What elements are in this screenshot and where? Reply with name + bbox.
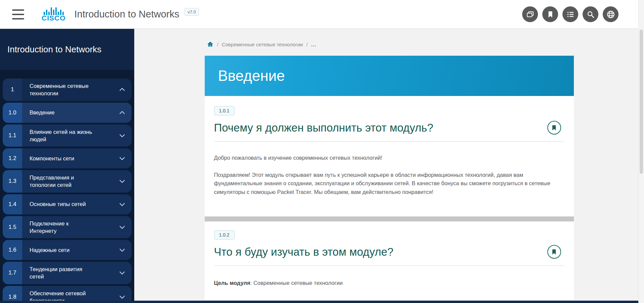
section-bookmark-button[interactable]: [547, 245, 561, 259]
sidebar-nav-item[interactable]: 1.6 Надежные сети: [3, 240, 132, 260]
section-title: Почему я должен выполнить этот модуль?: [214, 121, 434, 134]
section-1-0-2: 1.0.2 Что я буду изучать в этом модуле? …: [205, 221, 574, 300]
section-bookmark-button[interactable]: [547, 121, 561, 135]
sidebar-header: Introduction to Networks: [0, 29, 134, 70]
content-card: 1.0.1 Почему я должен выполнить этот мод…: [205, 96, 574, 300]
search-icon: [587, 10, 595, 18]
nav-item-number: 1.5: [3, 216, 22, 239]
topic-banner-title: Введение: [218, 67, 285, 84]
index-list-button[interactable]: [562, 6, 578, 22]
sidebar-nav-item[interactable]: 1.5 Подключение к Интернету: [3, 216, 132, 239]
header-actions: [522, 6, 618, 22]
collection-icon: [526, 10, 534, 18]
main-content: / Современные сетевые технологии / ... В…: [134, 29, 644, 303]
chevron-down-icon: [113, 240, 132, 260]
nav-item-label: Введение: [22, 103, 97, 123]
chevron-up-icon: [113, 79, 132, 101]
sidebar-nav-item[interactable]: 1.3 Представления и топологии сетей: [3, 170, 132, 193]
chevron-up-icon: [113, 103, 132, 123]
course-sidebar: Introduction to Networks 1 Современные с…: [0, 29, 134, 303]
bookmark-icon: [551, 125, 557, 131]
page-scrollbar[interactable]: [638, 0, 644, 303]
topic-banner: Введение: [205, 56, 574, 96]
nav-item-label: Основные типы сетей: [22, 194, 97, 214]
cisco-logo: CISCO: [42, 7, 66, 21]
section-title: Что я буду изучать в этом модуле?: [214, 246, 394, 258]
paragraph: Добро пожаловать в изучение современных …: [214, 154, 564, 162]
sidebar-nav-item[interactable]: 1.7 Тенденции развития сетей: [3, 262, 132, 284]
module-objective: Цель модуля: Современные сетевые техноло…: [214, 280, 564, 300]
paragraph: Поздравляем! Этот модуль открывает вам п…: [214, 171, 564, 197]
objective-text: : Современные сетевые технологии: [250, 280, 343, 286]
nav-item-label: Влияние сетей на жизнь людей: [22, 124, 97, 147]
chevron-down-icon: [113, 170, 132, 193]
bottom-accent-bar: [0, 301, 644, 303]
sidebar-nav-item[interactable]: 1.4 Основные типы сетей: [3, 194, 132, 214]
nav-item-number: 1.2: [3, 148, 22, 168]
version-badge: v7.0: [185, 8, 199, 16]
app-header: CISCO Introduction to Networks v7.0: [0, 0, 644, 29]
chevron-down-icon: [113, 124, 132, 147]
section-1-0-1: 1.0.1 Почему я должен выполнить этот мод…: [205, 96, 574, 216]
breadcrumb-separator: /: [306, 42, 308, 47]
nav-item-number: 1: [3, 79, 22, 101]
nav-item-label: Подключение к Интернету: [22, 216, 97, 239]
list-icon: [566, 10, 575, 18]
bookmarks-button[interactable]: [542, 6, 558, 22]
nav-item-label: Представления и топологии сетей: [22, 170, 97, 193]
nav-item-number: 1.3: [3, 170, 22, 193]
nav-item-label: Современные сетевые технологии: [22, 79, 97, 101]
nav-item-number: 1.6: [3, 240, 22, 260]
section-number-badge: 1.0.2: [214, 230, 235, 240]
breadcrumb: / Современные сетевые технологии / ...: [205, 41, 574, 48]
breadcrumb-ellipsis[interactable]: ...: [311, 42, 316, 47]
bookmark-icon: [547, 11, 554, 18]
nav-item-label: Тенденции развития сетей: [22, 262, 97, 284]
section-separator-bar: [205, 216, 574, 221]
sidebar-nav-item[interactable]: 1.1 Влияние сетей на жизнь людей: [3, 124, 132, 147]
nav-item-number: 1.0: [3, 103, 22, 123]
sidebar-nav-item[interactable]: 1.2 Компоненты сети: [3, 148, 132, 168]
section-divider-line: [214, 265, 564, 266]
hamburger-menu-icon[interactable]: [12, 9, 24, 19]
collection-button[interactable]: [522, 6, 538, 22]
chevron-down-icon: [113, 194, 132, 214]
sidebar-course-title: Introduction to Networks: [7, 44, 101, 55]
scrollbar-thumb[interactable]: [640, 30, 643, 174]
chevron-down-icon: [113, 262, 132, 284]
search-button[interactable]: [583, 6, 598, 22]
sidebar-nav-item[interactable]: 1.0 Введение: [3, 103, 132, 123]
cisco-wordmark: CISCO: [42, 15, 66, 21]
nav-item-number: 1.1: [3, 124, 22, 147]
nav-item-label: Надежные сети: [22, 240, 97, 260]
section-number-badge: 1.0.1: [214, 106, 235, 115]
page-title: Introduction to Networks: [75, 9, 180, 20]
section-divider-line: [214, 141, 564, 142]
language-button[interactable]: [603, 6, 618, 22]
chevron-down-icon: [113, 148, 132, 168]
sidebar-nav-item[interactable]: 1 Современные сетевые технологии: [3, 79, 132, 101]
bookmark-icon: [551, 249, 557, 255]
module-nav-list: 1 Современные сетевые технологии 1.0 Вве…: [0, 70, 134, 303]
breadcrumb-separator: /: [217, 42, 218, 47]
chevron-down-icon: [113, 216, 132, 239]
globe-icon: [606, 10, 615, 19]
nav-item-number: 1.4: [3, 194, 22, 214]
nav-item-number: 1.7: [3, 262, 22, 284]
breadcrumb-module-link[interactable]: Современные сетевые технологии: [222, 42, 303, 47]
nav-item-label: Компоненты сети: [22, 148, 97, 168]
home-icon[interactable]: [207, 41, 214, 48]
objective-label: Цель модуля: [214, 280, 250, 286]
